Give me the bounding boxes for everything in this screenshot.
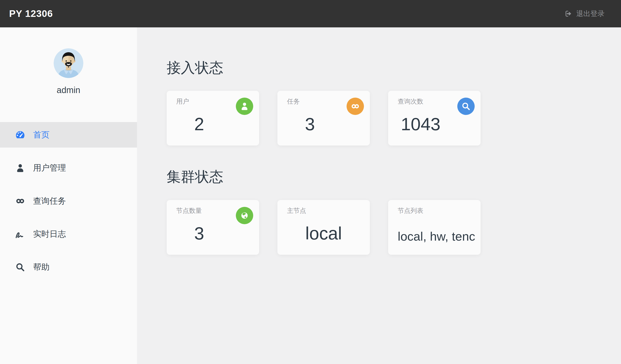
main-content: 接入状态 用户 2 任务 3 查询次数 10 — [137, 27, 621, 364]
sidebar-item-label: 首页 — [33, 129, 50, 141]
section-title-access-status: 接入状态 — [167, 59, 621, 76]
logout-button[interactable]: 退出登录 — [564, 9, 604, 18]
avatar — [54, 48, 83, 78]
card-label: 节点列表 — [398, 206, 471, 215]
infinity-icon — [346, 98, 364, 115]
globe-icon — [236, 207, 253, 224]
card-value: 1043 — [398, 114, 471, 135]
stat-card-query-count: 查询次数 1043 — [388, 91, 481, 145]
stat-card-users: 用户 2 — [167, 91, 259, 145]
stat-card-node-count: 节点数量 3 — [167, 200, 259, 255]
signature-icon — [15, 229, 26, 239]
sidebar-item-home[interactable]: 首页 — [0, 122, 137, 148]
username: admin — [0, 85, 137, 95]
stat-card-tasks: 任务 3 — [277, 91, 370, 145]
sidebar-item-query-tasks[interactable]: 查询任务 — [0, 188, 137, 214]
sidebar-item-help[interactable]: 帮助 — [0, 254, 137, 280]
sidebar: admin 首页 用户管理 查询任务 实时日志 帮助 — [0, 27, 137, 364]
card-value: local — [287, 223, 360, 244]
search-icon — [457, 98, 475, 115]
logout-label: 退出登录 — [576, 9, 604, 18]
topbar: PY 12306 退出登录 — [0, 0, 621, 27]
dashboard-icon — [15, 129, 26, 140]
cluster-status-cards: 节点数量 3 主节点 local 节点列表 local, hw, tenc — [167, 200, 621, 255]
stat-card-master-node: 主节点 local — [277, 200, 370, 255]
section-title-cluster-status: 集群状态 — [167, 168, 621, 185]
user-icon — [236, 98, 253, 115]
sidebar-item-label: 用户管理 — [33, 162, 66, 174]
access-status-cards: 用户 2 任务 3 查询次数 1043 — [167, 91, 621, 145]
profile-block: admin — [0, 48, 137, 95]
user-icon — [15, 163, 26, 173]
sidebar-item-label: 实时日志 — [33, 229, 66, 240]
card-value: 2 — [176, 114, 250, 135]
card-value: 3 — [176, 223, 250, 244]
search-icon — [15, 262, 26, 272]
sidebar-item-realtime-logs[interactable]: 实时日志 — [0, 221, 137, 247]
card-label: 主节点 — [287, 206, 360, 215]
card-value: 3 — [287, 114, 360, 135]
stat-card-node-list: 节点列表 local, hw, tenc — [388, 200, 481, 255]
sidebar-item-user-management[interactable]: 用户管理 — [0, 155, 137, 181]
sidebar-item-label: 帮助 — [33, 262, 50, 273]
sidebar-item-label: 查询任务 — [33, 195, 66, 207]
app-title: PY 12306 — [9, 8, 53, 19]
sidebar-menu: 首页 用户管理 查询任务 实时日志 帮助 — [0, 122, 137, 280]
sign-out-icon — [564, 10, 573, 18]
card-value: local, hw, tenc — [398, 229, 471, 243]
infinity-icon — [15, 196, 26, 206]
